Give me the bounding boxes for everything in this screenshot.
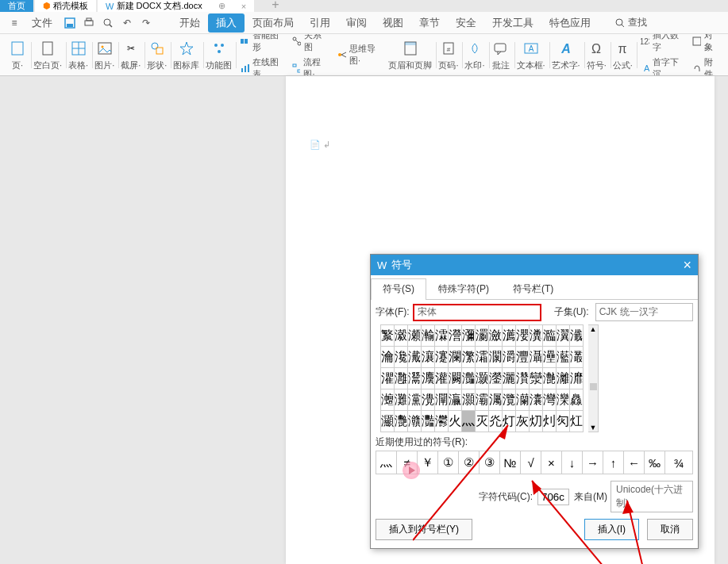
redo-icon[interactable]: ↷ (137, 17, 156, 29)
close-icon[interactable]: × (683, 257, 691, 274)
subset-select[interactable]: CJK 统一汉字 (595, 303, 693, 321)
recent-cell[interactable]: ← (624, 451, 645, 474)
ribbon-picture[interactable]: 图片· (91, 39, 117, 71)
char-cell[interactable]: 瀻 (408, 347, 422, 368)
code-input[interactable] (537, 489, 569, 505)
char-cell[interactable]: 瀮 (435, 325, 449, 347)
char-cell[interactable]: 灛 (435, 389, 449, 411)
cancel-button[interactable]: 取消 (647, 519, 693, 540)
grid-scrollbar[interactable]: ▲ ▼ (588, 324, 599, 432)
char-cell[interactable]: 瀴 (516, 325, 530, 347)
char-cell[interactable]: 灎 (462, 368, 476, 389)
recent-cell[interactable]: ↓ (562, 451, 583, 474)
char-cell[interactable]: 灤 (557, 389, 570, 411)
recent-cell[interactable]: × (541, 451, 562, 474)
menu-ref[interactable]: 引用 (302, 13, 338, 33)
insert-to-bar-button[interactable]: 插入到符号栏(Y) (376, 519, 472, 540)
ribbon-insertnum[interactable]: 123插入数字 (641, 34, 682, 53)
menu-chapter[interactable]: 章节 (411, 13, 448, 33)
char-cell[interactable]: 瀽 (435, 347, 449, 368)
ribbon-pageno[interactable]: #页码· (435, 39, 461, 71)
char-cell[interactable]: 灄 (530, 347, 543, 368)
menu-start[interactable]: 开始 (171, 13, 208, 33)
ribbon-screenshot[interactable]: ✂截屏· (117, 39, 144, 71)
char-cell[interactable]: 灑 (503, 368, 516, 389)
recent-cell[interactable]: ② (459, 451, 480, 474)
char-cell[interactable]: 灃 (516, 347, 530, 368)
char-cell[interactable]: 灕 (557, 368, 570, 389)
char-cell[interactable]: 瀱 (476, 325, 489, 347)
char-cell[interactable]: 灥 (570, 389, 584, 411)
menu-insert[interactable]: 插入 (208, 13, 245, 33)
ribbon-watermark[interactable]: 水印· (461, 39, 487, 71)
ribbon-mindmap[interactable]: 思维导图· (337, 43, 380, 67)
ribbon-onlinechart[interactable]: 在线图表 (240, 56, 281, 76)
char-cell[interactable]: 灟 (489, 389, 503, 411)
close-icon[interactable]: × (241, 2, 246, 11)
recent-cell[interactable]: → (583, 451, 603, 474)
char-cell[interactable]: 瀭 (422, 325, 435, 347)
char-cell[interactable]: 灰 (516, 411, 530, 432)
char-cell[interactable]: 灔 (543, 368, 557, 389)
char-cell[interactable]: 瀫 (395, 325, 408, 347)
menu-view[interactable]: 视图 (375, 13, 411, 33)
char-cell[interactable]: 瀹 (381, 347, 395, 368)
ribbon-firstcap[interactable]: A首字下沉 (641, 56, 682, 76)
hamburger-icon[interactable]: ≡ (5, 17, 24, 29)
char-cell[interactable]: 灋 (422, 368, 435, 389)
recent-cell[interactable]: √ (521, 451, 541, 474)
char-cell[interactable]: 灏 (476, 368, 489, 389)
ribbon-attach[interactable]: 附件 (691, 56, 718, 76)
tab-template[interactable]: ⬢ 稻壳模板 (35, 0, 96, 12)
char-cell[interactable]: 灓 (530, 368, 543, 389)
recent-cell[interactable]: ③ (480, 451, 500, 474)
char-cell[interactable]: 灧 (395, 411, 408, 432)
char-cell[interactable]: 灮 (489, 411, 503, 432)
char-cell[interactable]: 灇 (570, 347, 584, 368)
recent-cell[interactable]: ↑ (603, 451, 624, 474)
char-cell[interactable]: 灙 (408, 389, 422, 411)
char-cell[interactable]: 灢 (530, 389, 543, 411)
undo-icon[interactable]: ↶ (117, 17, 137, 29)
char-cell[interactable]: 瀺 (395, 347, 408, 368)
char-cell[interactable]: 灝 (462, 389, 476, 411)
char-cell[interactable]: 瀷 (557, 325, 570, 347)
dialog-tab-bar[interactable]: 符号栏(T) (501, 278, 565, 299)
menu-special[interactable]: 特色应用 (541, 13, 599, 33)
menu-security[interactable]: 安全 (448, 13, 484, 33)
char-cell[interactable]: 灚 (422, 389, 435, 411)
tab-home[interactable]: 首页 (0, 0, 33, 12)
recent-cell[interactable]: 灬 (376, 451, 397, 474)
scroll-thumb[interactable] (590, 383, 597, 390)
char-cell[interactable]: 瀰 (462, 325, 476, 347)
char-cell[interactable]: 灡 (516, 389, 530, 411)
save-icon[interactable] (60, 17, 79, 29)
dialog-titlebar[interactable]: W 符号 × (371, 255, 698, 275)
recent-cell[interactable]: ￥ (418, 451, 438, 474)
char-cell[interactable]: 灲 (543, 411, 557, 432)
scroll-down-icon[interactable]: ▼ (590, 424, 597, 432)
ribbon-flowchart[interactable]: 流程图· (291, 56, 328, 76)
tab-doc-pin[interactable]: ⊕ (218, 1, 225, 11)
char-cell[interactable]: 灴 (570, 411, 584, 432)
ribbon-header[interactable]: 页眉和页脚 (385, 39, 435, 71)
char-cell[interactable]: 灨 (408, 411, 422, 432)
char-cell[interactable]: 瀶 (543, 325, 557, 347)
char-cell[interactable]: 灜 (449, 389, 462, 411)
char-cell[interactable]: 灍 (449, 368, 462, 389)
ribbon-features[interactable]: 功能图 (202, 39, 235, 71)
ribbon-symbol[interactable]: Ω符号· (584, 39, 610, 71)
recent-cell[interactable]: ‰ (645, 451, 665, 474)
char-cell[interactable]: 灬 (462, 411, 476, 432)
ribbon-icons[interactable]: 图标库 (170, 39, 202, 71)
char-cell[interactable]: 瀵 (530, 325, 543, 347)
char-cell[interactable]: 灅 (543, 347, 557, 368)
preview-icon[interactable] (98, 17, 117, 29)
ribbon-shapes[interactable]: 形状· (144, 39, 170, 71)
font-input[interactable] (413, 304, 541, 321)
menu-dev[interactable]: 开发工具 (484, 13, 541, 33)
char-cell[interactable]: 灁 (489, 347, 503, 368)
char-cell[interactable]: 瀲 (489, 325, 503, 347)
from-select[interactable]: Unicode(十六进制) (611, 481, 693, 512)
ribbon-formula[interactable]: π公式· (610, 39, 636, 71)
